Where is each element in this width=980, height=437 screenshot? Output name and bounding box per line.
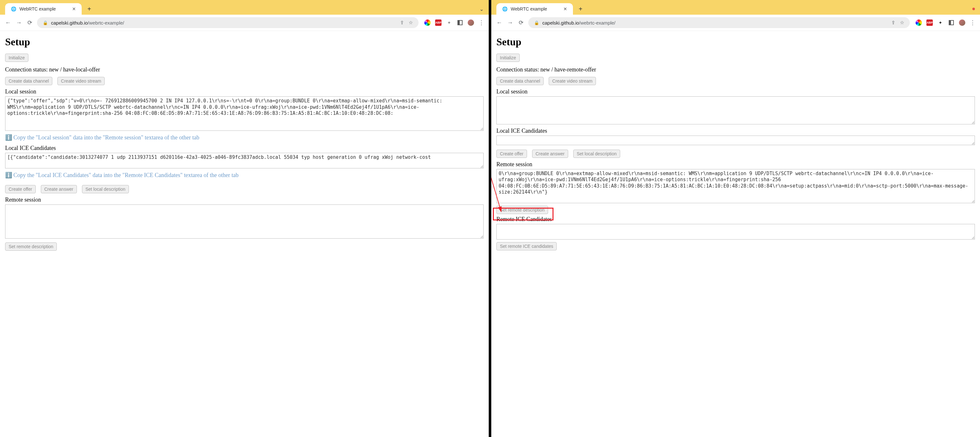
extension-icon[interactable] <box>916 19 922 26</box>
local-session-textarea[interactable] <box>496 96 975 124</box>
info-icon: ℹ️ <box>5 134 12 141</box>
local-ice-label: Local ICE Candidates <box>496 127 975 134</box>
bookmark-icon[interactable]: ☆ <box>409 20 413 25</box>
share-icon[interactable]: ⇪ <box>891 20 896 25</box>
page-heading: Setup <box>496 36 975 48</box>
close-tab-icon[interactable]: ✕ <box>563 6 567 11</box>
remote-ice-label: Remote ICE Candidates <box>496 216 975 222</box>
local-session-label: Local session <box>5 88 484 95</box>
url-path: /webrtc-example/ <box>88 20 124 25</box>
remote-session-textarea[interactable] <box>5 205 484 239</box>
local-ice-label: Local ICE Candidates <box>5 145 484 151</box>
lock-icon: 🔒 <box>534 21 539 25</box>
extension-icon[interactable] <box>424 19 431 26</box>
page-content: Setup Initialize Connection status: new … <box>0 31 489 256</box>
profile-avatar[interactable] <box>468 19 474 26</box>
back-button[interactable]: ← <box>5 19 11 26</box>
set-local-description-button[interactable]: Set local description <box>82 185 129 193</box>
local-ice-textarea[interactable] <box>496 135 975 145</box>
remote-ice-textarea[interactable] <box>496 224 975 240</box>
right-browser-window: 🌐 WebRTC example ✕ + ← → ⟳ 🔒 capelski.gi… <box>491 0 980 437</box>
window-divider <box>489 0 491 437</box>
extensions-icon[interactable]: ✦ <box>446 19 452 26</box>
status-label: Connection status: <box>496 66 539 73</box>
tab-title: WebRTC example <box>511 6 547 11</box>
back-button[interactable]: ← <box>496 19 503 26</box>
menu-icon[interactable]: ⋮ <box>970 19 975 26</box>
tab-strip: 🌐 WebRTC example ✕ + <box>491 0 980 15</box>
remote-session-label: Remote session <box>496 161 975 168</box>
page-content: Setup Initialize Connection status: new … <box>491 31 980 256</box>
info-icon: ℹ️ <box>5 172 12 178</box>
url-path: /webrtc-example/ <box>579 20 616 25</box>
status-label: Connection status: <box>5 66 48 73</box>
url-host: capelski.github.io <box>51 20 88 25</box>
initialize-button[interactable]: Initialize <box>5 54 29 62</box>
create-offer-button[interactable]: Create offer <box>5 185 36 193</box>
set-remote-ice-button[interactable]: Set remote ICE candidates <box>496 242 557 250</box>
create-offer-button[interactable]: Create offer <box>496 149 527 158</box>
initialize-button[interactable]: Initialize <box>496 54 520 62</box>
extensions-icon[interactable]: ✦ <box>937 19 943 26</box>
tip-text: Copy the "Local ICE Candidates" data int… <box>13 172 239 178</box>
local-session-textarea[interactable] <box>5 96 484 131</box>
side-panel-icon[interactable] <box>948 19 955 26</box>
window-dot <box>972 8 975 10</box>
forward-button[interactable]: → <box>507 19 514 26</box>
create-video-stream-button[interactable]: Create video stream <box>549 77 596 85</box>
set-local-description-button[interactable]: Set local description <box>573 149 620 158</box>
create-video-stream-button[interactable]: Create video stream <box>57 77 105 85</box>
local-ice-textarea[interactable] <box>5 153 484 168</box>
reload-button[interactable]: ⟳ <box>517 19 525 26</box>
new-tab-button[interactable]: + <box>84 4 94 14</box>
globe-icon: 🌐 <box>11 6 16 11</box>
left-browser-window: 🌐 WebRTC example ✕ + ⌄ ← → ⟳ 🔒 capelski.… <box>0 0 489 437</box>
bookmark-icon[interactable]: ☆ <box>900 20 904 25</box>
create-answer-button[interactable]: Create answer <box>41 185 77 193</box>
close-tab-icon[interactable]: ✕ <box>72 6 76 11</box>
adblock-icon[interactable]: ABP <box>435 19 442 26</box>
tab-strip: 🌐 WebRTC example ✕ + ⌄ <box>0 0 489 15</box>
side-panel-icon[interactable] <box>457 19 463 26</box>
remote-session-label: Remote session <box>5 197 484 203</box>
local-session-label: Local session <box>496 88 975 95</box>
create-data-channel-button[interactable]: Create data channel <box>5 77 52 85</box>
new-tab-button[interactable]: + <box>576 4 586 14</box>
browser-toolbar: ← → ⟳ 🔒 capelski.github.io/webrtc-exampl… <box>0 15 489 31</box>
address-bar[interactable]: 🔒 capelski.github.io/webrtc-example/ ⇪ ☆ <box>37 17 418 28</box>
reload-button[interactable]: ⟳ <box>26 19 33 26</box>
share-icon[interactable]: ⇪ <box>400 20 404 25</box>
tip-text: Copy the "Local session" data into the "… <box>13 134 199 141</box>
address-bar[interactable]: 🔒 capelski.github.io/webrtc-example/ ⇪ ☆ <box>528 17 910 28</box>
status-value: new / have-remote-offer <box>540 66 596 73</box>
remote-session-textarea[interactable] <box>496 169 975 203</box>
profile-avatar[interactable] <box>959 19 965 26</box>
create-answer-button[interactable]: Create answer <box>532 149 568 158</box>
set-remote-description-button[interactable]: Set remote description <box>5 242 57 251</box>
lock-icon: 🔒 <box>43 21 48 25</box>
create-data-channel-button[interactable]: Create data channel <box>496 77 544 85</box>
forward-button[interactable]: → <box>15 19 22 26</box>
globe-icon: 🌐 <box>502 6 508 11</box>
set-remote-description-button[interactable]: Set remote description <box>496 206 548 214</box>
menu-icon[interactable]: ⋮ <box>479 19 484 26</box>
page-heading: Setup <box>5 36 484 48</box>
adblock-icon[interactable]: ABP <box>926 19 933 26</box>
browser-tab[interactable]: 🌐 WebRTC example ✕ <box>5 3 82 15</box>
status-value: new / have-local-offer <box>49 66 100 73</box>
url-host: capelski.github.io <box>542 20 579 25</box>
browser-tab[interactable]: 🌐 WebRTC example ✕ <box>496 3 573 15</box>
browser-toolbar: ← → ⟳ 🔒 capelski.github.io/webrtc-exampl… <box>491 15 980 31</box>
tab-title: WebRTC example <box>19 6 56 11</box>
tabs-chevron-icon[interactable]: ⌄ <box>479 6 484 12</box>
